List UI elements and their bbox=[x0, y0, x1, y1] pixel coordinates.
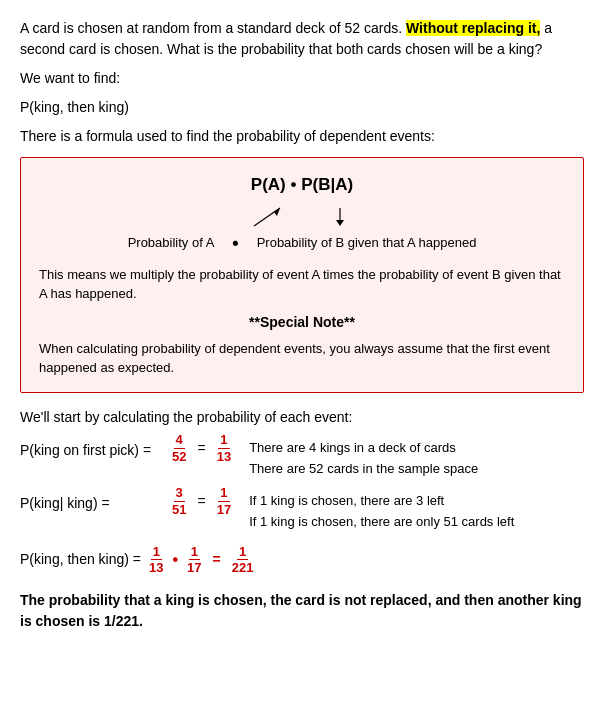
conclusion: The probability that a king is chosen, t… bbox=[20, 590, 584, 632]
formula-box: P(A) • P(B|A) Probability of A • Probabi… bbox=[20, 157, 584, 393]
p-king-first-row: P(king on first pick) = 4 52 = 1 13 Ther… bbox=[20, 438, 584, 479]
arrow-svg bbox=[192, 204, 412, 228]
special-note-heading: **Special Note** bbox=[39, 312, 565, 333]
frac-1-13: 1 13 bbox=[215, 432, 233, 464]
frac-1-17: 1 17 bbox=[215, 485, 233, 517]
prob-a-label: Probability of A bbox=[128, 233, 215, 253]
dot-separator: • bbox=[232, 230, 238, 257]
svg-marker-3 bbox=[336, 220, 344, 226]
p-king-given-desc1: If 1 king is chosen, there are 3 left bbox=[249, 491, 514, 511]
p-king-given-desc: If 1 king is chosen, there are 3 left If… bbox=[249, 491, 514, 532]
frac-3-51: 3 51 bbox=[170, 485, 188, 517]
intro-paragraph: A card is chosen at random from a standa… bbox=[20, 18, 584, 60]
special-note-text: When calculating probability of dependen… bbox=[39, 339, 565, 378]
calc-intro: We'll start by calculating the probabili… bbox=[20, 407, 584, 428]
equals-1: = bbox=[197, 438, 205, 459]
frac-line-2: 3 51 = 1 17 bbox=[168, 491, 235, 513]
p-king-given-label: P(king| king) = bbox=[20, 491, 168, 514]
p-king-given-fracs: 3 51 = 1 17 bbox=[168, 491, 235, 513]
highlight-text: Without replacing it, bbox=[406, 20, 540, 36]
final-line: P(king, then king) = 1 13 • 1 17 = 1 221 bbox=[20, 544, 584, 576]
dot-mul-1: • bbox=[172, 548, 178, 572]
p-final-block: P(king, then king) = 1 13 • 1 17 = 1 221 bbox=[20, 544, 584, 576]
frac-final-1-17: 1 17 bbox=[185, 544, 203, 576]
formula-intro: There is a formula used to find the prob… bbox=[20, 126, 584, 147]
frac-4-52: 4 52 bbox=[170, 432, 188, 464]
p-king-first-fracs: 4 52 = 1 13 bbox=[168, 438, 235, 460]
p-king-first-desc: There are 4 kings in a deck of cards The… bbox=[249, 438, 478, 479]
formula-text: P(A) • P(B|A) bbox=[251, 175, 353, 194]
frac-final-1-221: 1 221 bbox=[230, 544, 256, 576]
equals-final: = bbox=[213, 549, 221, 570]
p-king-given-row: P(king| king) = 3 51 = 1 17 If 1 king is… bbox=[20, 491, 584, 532]
p-final-label: P(king, then king) = bbox=[20, 549, 141, 570]
prob-b-label: Probability of B given that A happened bbox=[257, 233, 477, 253]
event-label: P(king, then king) bbox=[20, 97, 584, 118]
p-king-first-desc2: There are 52 cards in the sample space bbox=[249, 459, 478, 479]
equals-2: = bbox=[197, 491, 205, 512]
want-to-find: We want to find: bbox=[20, 68, 584, 89]
formula-display: P(A) • P(B|A) bbox=[39, 172, 565, 198]
p-king-first-label: P(king on first pick) = bbox=[20, 438, 168, 461]
formula-description: This means we multiply the probability o… bbox=[39, 265, 565, 304]
arrow-area bbox=[39, 204, 565, 228]
formula-labels: Probability of A • Probability of B give… bbox=[39, 230, 565, 257]
frac-final-1-13: 1 13 bbox=[147, 544, 165, 576]
p-king-first-desc1: There are 4 kings in a deck of cards bbox=[249, 438, 478, 458]
p-king-given-desc2: If 1 king is chosen, there are only 51 c… bbox=[249, 512, 514, 532]
intro-text-before: A card is chosen at random from a standa… bbox=[20, 20, 402, 36]
svg-marker-1 bbox=[274, 208, 280, 216]
frac-line-1: 4 52 = 1 13 bbox=[168, 438, 235, 460]
